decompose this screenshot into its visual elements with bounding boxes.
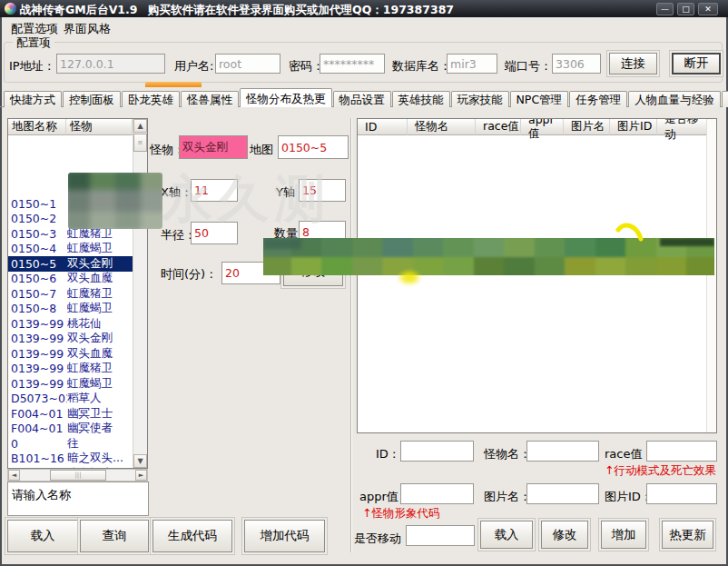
query-button[interactable]: 查询 (80, 520, 149, 552)
column-header-monster[interactable]: 怪物 (66, 119, 133, 135)
username-input[interactable] (215, 54, 280, 74)
monster-input[interactable] (179, 135, 248, 159)
detail-picid-label: 图片ID： (605, 489, 653, 505)
list-item[interactable]: 0139~99虹魔蝎卫 (8, 376, 133, 392)
censored-screenshot-band (263, 238, 714, 275)
list-item[interactable]: F004~01幽冥卫士 (8, 406, 133, 422)
scroll-thumb[interactable]: ≡ (133, 134, 147, 152)
port-input[interactable] (552, 54, 601, 74)
detail-add-button[interactable]: 增加 (601, 521, 646, 549)
map-input[interactable] (278, 135, 349, 159)
tab-10[interactable]: 任务管理 (569, 91, 627, 107)
detail-name-input[interactable] (526, 441, 599, 462)
list-item[interactable]: D5073~01稻草人 (8, 392, 133, 407)
table-column-header[interactable]: 怪物名 (408, 119, 476, 135)
list-item[interactable]: B101~16暗之双头... (8, 452, 133, 467)
map-name-cell: B101~17 (8, 467, 67, 468)
column-header-map[interactable]: 地图名称 (8, 119, 66, 135)
monster-name-cell: 稻草人 (67, 391, 133, 406)
app-icon (5, 3, 16, 15)
censored-image-small (68, 173, 162, 229)
scroll-right-arrow[interactable]: ► (135, 470, 147, 481)
list-item[interactable]: 0139~99双头血魔 (8, 346, 133, 362)
disconnect-button[interactable]: 断开 (672, 53, 721, 74)
list-item[interactable]: 0150~4虹魔蝎卫 (8, 242, 133, 257)
table-column-header[interactable]: appr值 (521, 119, 564, 135)
list-item[interactable]: 0150~8虹魔蝎卫 (8, 302, 133, 317)
list-item[interactable]: 0139~99双头金刚 (8, 332, 133, 347)
list-item[interactable]: 0往 (8, 436, 133, 452)
port-label: 端口号： (505, 58, 552, 74)
detail-race-input[interactable] (646, 441, 717, 462)
connect-button[interactable]: 连接 (609, 53, 657, 74)
tab-12[interactable]: 素材热更 (722, 91, 728, 107)
detail-picname-input[interactable] (526, 483, 599, 504)
tab-2[interactable]: 控制面板 (63, 91, 121, 107)
radius-input[interactable] (191, 222, 238, 244)
monster-name-cell: 桃花仙 (67, 316, 133, 332)
tab-bar: 快捷方式控制面板卧龙英雄怪兽属性怪物分布及热更物品设置英雄技能玩家技能NPC管理… (4, 88, 728, 107)
table-column-header[interactable]: race值 (476, 119, 521, 135)
list-item[interactable]: 0150~7虹魔猪卫 (8, 286, 133, 302)
username-label: 用户名: (174, 58, 213, 74)
list-item[interactable]: 0150~6双头血魔 (8, 272, 133, 287)
minimize-button[interactable]: — (656, 3, 674, 15)
window-title: 战神传奇GM后台V1.9 (20, 3, 138, 18)
add-code-button[interactable]: 增加代码 (244, 520, 325, 552)
scroll-left-arrow[interactable]: ◄ (8, 470, 20, 481)
detail-id-input[interactable] (400, 441, 474, 462)
hot-update-button[interactable]: 热更新 (662, 521, 713, 549)
detail-modify-button[interactable]: 修改 (541, 521, 588, 549)
tab-7[interactable]: 英雄技能 (392, 91, 450, 107)
list-item[interactable]: 0139~99桃花仙 (8, 316, 133, 332)
list-item[interactable]: F004~01幽冥使者 (8, 422, 133, 437)
x-axis-label: X轴： (161, 184, 192, 201)
map-name-cell: B101~16 (8, 452, 67, 465)
table-scrollbar-track[interactable] (706, 119, 716, 432)
detail-load-button[interactable]: 载入 (480, 521, 533, 549)
list-item[interactable]: 0139~99虹魔猪卫 (8, 362, 133, 377)
map-name-cell: 0150~7 (8, 287, 67, 301)
move-input[interactable] (406, 525, 475, 546)
password-input[interactable] (320, 54, 385, 74)
hscroll-thumb[interactable]: ||| (50, 470, 106, 481)
maximize-button[interactable]: □ (677, 3, 694, 15)
tab-8[interactable]: 玩家技能 (451, 91, 509, 107)
map-name-cell: 0150~3 (8, 227, 67, 241)
list-vertical-scrollbar[interactable]: ▲ ≡ ▼ (133, 119, 147, 468)
config-group-label: 配置项 (13, 35, 54, 51)
tab-6[interactable]: 物品设置 (333, 91, 391, 107)
generate-code-button[interactable]: 生成代码 (152, 520, 232, 552)
detail-appr-input[interactable] (400, 483, 474, 504)
tab-9[interactable]: NPC管理 (510, 91, 569, 107)
y-axis-input[interactable] (299, 179, 346, 202)
tab-3[interactable]: 卧龙英雄 (122, 91, 180, 107)
list-item[interactable]: 0150~5双头金刚 (8, 256, 133, 272)
database-input[interactable] (447, 54, 497, 74)
load-button[interactable]: 载入 (7, 520, 78, 552)
table-column-header[interactable]: 图片名 (564, 119, 610, 135)
tab-highlight-strip (145, 82, 202, 87)
table-column-header[interactable]: 图片ID (610, 119, 657, 135)
close-button[interactable]: ✕ (698, 3, 718, 15)
tab-5[interactable]: 怪物分布及热更 (240, 88, 332, 107)
tab-4[interactable]: 怪兽属性 (181, 91, 239, 107)
menu-ui-style[interactable]: 界面风格 (60, 19, 114, 39)
detail-picid-input[interactable] (646, 483, 717, 504)
monster-name-cell: 暗之双头... (67, 451, 133, 466)
map-name-cell: 0139~99 (8, 317, 67, 331)
table-column-header[interactable]: 是否移动 (657, 119, 709, 135)
name-search-input[interactable]: 请输入名称 (7, 482, 149, 516)
table-column-header[interactable]: ID (358, 119, 408, 135)
ip-input[interactable] (56, 54, 165, 74)
list-horizontal-scrollbar[interactable]: ◄ ||| ► (7, 469, 148, 482)
scroll-down-arrow[interactable]: ▼ (133, 454, 147, 468)
monster-name-cell: 虹魔猪卫 (67, 286, 133, 302)
map-name-cell: 0150~6 (8, 272, 67, 285)
list-item[interactable]: B101~17暗之虹魔 (8, 466, 133, 468)
race-note: ↑行动模式及死亡效果 (605, 463, 716, 479)
scroll-up-arrow[interactable]: ▲ (133, 119, 147, 133)
tab-1[interactable]: 快捷方式 (4, 91, 62, 107)
tab-11[interactable]: 人物血量与经验 (628, 91, 721, 107)
x-axis-input[interactable] (191, 179, 238, 202)
